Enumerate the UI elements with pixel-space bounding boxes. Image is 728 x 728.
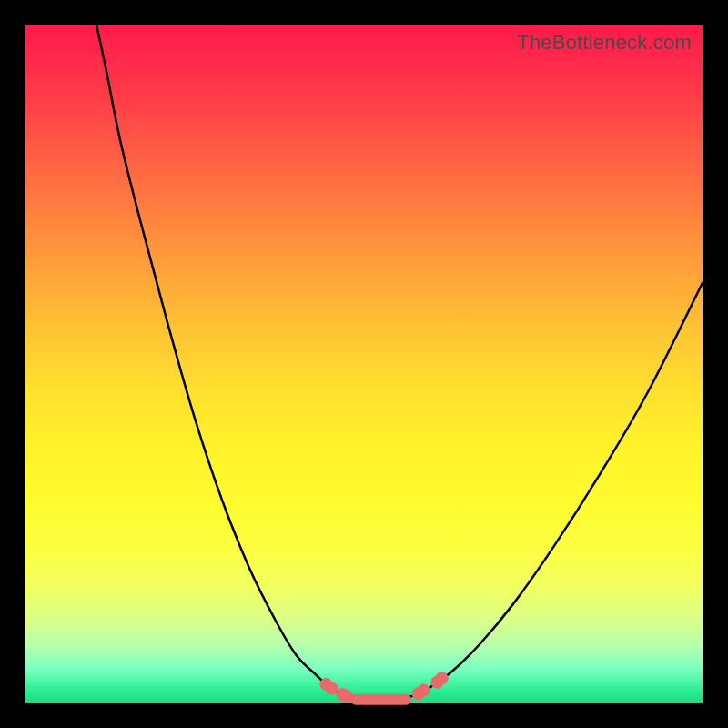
plot-area: TheBottleneck.com [25, 25, 703, 703]
curve-marker [340, 690, 353, 703]
curve-markers [319, 672, 448, 704]
bottleneck-curve [25, 25, 703, 703]
valley-pill [350, 694, 411, 705]
curve-marker [436, 672, 449, 684]
curve-right-branch [421, 283, 703, 693]
curve-marker [417, 684, 430, 697]
curve-left-branch [96, 25, 347, 696]
chart-frame: TheBottleneck.com [0, 0, 728, 728]
curve-marker [325, 682, 338, 694]
